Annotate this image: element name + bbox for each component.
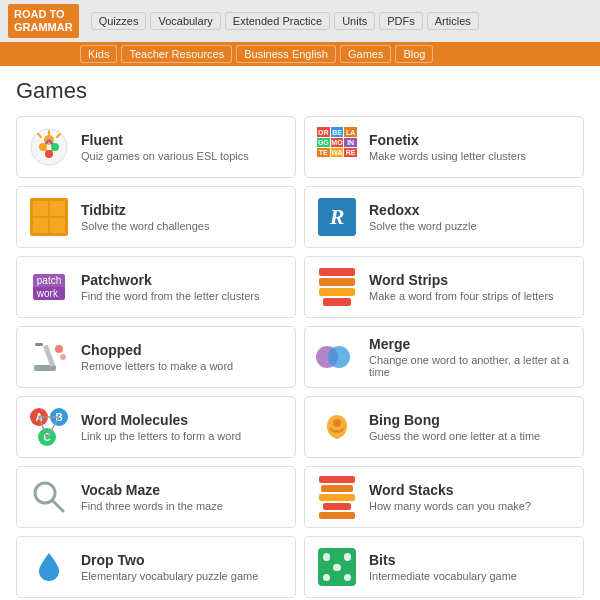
wordstacks-desc: How many words can you make? [369, 500, 531, 512]
merge-desc: Change one word to another, a letter at … [369, 354, 573, 378]
game-card-wordstacks[interactable]: Word Stacks How many words can you make? [304, 466, 584, 528]
nav-business-english[interactable]: Business English [236, 45, 336, 63]
redoxx-info: Redoxx Solve the word puzzle [369, 202, 477, 232]
game-card-bingbong[interactable]: Bing Bong Guess the word one letter at a… [304, 396, 584, 458]
tidbitz-info: Tidbitz Solve the word challenges [81, 202, 209, 232]
merge-icon [315, 335, 359, 379]
nav-pdfs[interactable]: PDFs [379, 12, 423, 30]
fonetix-info: Fonetix Make words using letter clusters [369, 132, 526, 162]
vocabmaze-icon [27, 475, 71, 519]
chopped-info: Chopped Remove letters to make a word [81, 342, 233, 372]
tidbitz-name: Tidbitz [81, 202, 209, 218]
molecules-info: Word Molecules Link up the letters to fo… [81, 412, 241, 442]
chopped-name: Chopped [81, 342, 233, 358]
game-card-chopped[interactable]: Chopped Remove letters to make a word [16, 326, 296, 388]
wordstacks-info: Word Stacks How many words can you make? [369, 482, 531, 512]
logo[interactable]: ROAD TO GRAMMAR [8, 4, 79, 38]
svg-point-7 [51, 143, 59, 151]
fonetix-name: Fonetix [369, 132, 526, 148]
page-content: Games [0, 66, 600, 600]
nav-kids[interactable]: Kids [80, 45, 117, 63]
game-card-merge[interactable]: Merge Change one word to another, a lett… [304, 326, 584, 388]
molecules-icon: A B C [27, 405, 71, 449]
molecules-desc: Link up the letters to form a word [81, 430, 241, 442]
game-card-droptwo[interactable]: Drop Two Elementary vocabulary puzzle ga… [16, 536, 296, 598]
nav-teacher-resources[interactable]: Teacher Resources [121, 45, 232, 63]
fluent-info: Fluent Quiz games on various ESL topics [81, 132, 249, 162]
wordstrips-info: Word Strips Make a word from four strips… [369, 272, 554, 302]
nav-units[interactable]: Units [334, 12, 375, 30]
svg-point-20 [333, 419, 341, 427]
svg-rect-13 [43, 345, 55, 367]
bingbong-desc: Guess the word one letter at a time [369, 430, 540, 442]
wordstrips-desc: Make a word from four strips of letters [369, 290, 554, 302]
svg-line-19 [47, 417, 59, 438]
droptwo-desc: Elementary vocabulary puzzle game [81, 570, 258, 582]
fonetix-desc: Make words using letter clusters [369, 150, 526, 162]
droptwo-icon [27, 545, 71, 589]
game-card-vocabmaze[interactable]: Vocab Maze Find three words in the maze [16, 466, 296, 528]
game-card-tidbitz[interactable]: Tidbitz Solve the word challenges [16, 186, 296, 248]
game-card-molecules[interactable]: A B C Word Molecules Link up the letters… [16, 396, 296, 458]
game-card-wordstrips[interactable]: Word Strips Make a word from four strips… [304, 256, 584, 318]
bingbong-icon [315, 405, 359, 449]
bits-desc: Intermediate vocabulary game [369, 570, 517, 582]
merge-info: Merge Change one word to another, a lett… [369, 336, 573, 378]
nav-blog[interactable]: Blog [395, 45, 433, 63]
svg-point-15 [55, 345, 63, 353]
header-top: ROAD TO GRAMMAR Quizzes Vocabulary Exten… [0, 0, 600, 42]
droptwo-name: Drop Two [81, 552, 258, 568]
game-card-bits[interactable]: Bits Intermediate vocabulary game [304, 536, 584, 598]
merge-name: Merge [369, 336, 573, 352]
nav-quizzes[interactable]: Quizzes [91, 12, 147, 30]
patchwork-icon: patch work [27, 265, 71, 309]
vocabmaze-info: Vocab Maze Find three words in the maze [81, 482, 223, 512]
wordstacks-icon [315, 475, 359, 519]
bingbong-name: Bing Bong [369, 412, 540, 428]
nav-articles[interactable]: Articles [427, 12, 479, 30]
wordstrips-icon [315, 265, 359, 309]
vocabmaze-desc: Find three words in the maze [81, 500, 223, 512]
bits-name: Bits [369, 552, 517, 568]
page-title: Games [16, 78, 584, 104]
chopped-desc: Remove letters to make a word [81, 360, 233, 372]
game-card-redoxx[interactable]: R Redoxx Solve the word puzzle [304, 186, 584, 248]
nav-extended-practice[interactable]: Extended Practice [225, 12, 330, 30]
game-card-fluent[interactable]: Fluent Quiz games on various ESL topics [16, 116, 296, 178]
header-bottom: Kids Teacher Resources Business English … [0, 42, 600, 66]
redoxx-desc: Solve the word puzzle [369, 220, 477, 232]
bits-icon [315, 545, 359, 589]
fonetix-icon: OR BE LA GG MO IN TE WA RE [315, 125, 359, 169]
game-card-fonetix[interactable]: OR BE LA GG MO IN TE WA RE Fonetix Make … [304, 116, 584, 178]
redoxx-icon: R [315, 195, 359, 239]
redoxx-name: Redoxx [369, 202, 477, 218]
svg-line-18 [39, 417, 47, 438]
fluent-name: Fluent [81, 132, 249, 148]
vocabmaze-name: Vocab Maze [81, 482, 223, 498]
games-grid: Fluent Quiz games on various ESL topics … [16, 116, 584, 600]
bits-info: Bits Intermediate vocabulary game [369, 552, 517, 582]
game-card-patchwork[interactable]: patch work Patchwork Find the word from … [16, 256, 296, 318]
svg-point-8 [45, 150, 53, 158]
nav-vocabulary[interactable]: Vocabulary [150, 12, 220, 30]
patchwork-info: Patchwork Find the word from the letter … [81, 272, 260, 302]
svg-line-22 [52, 500, 63, 511]
fluent-icon [27, 125, 71, 169]
svg-point-16 [60, 354, 66, 360]
wordstrips-name: Word Strips [369, 272, 554, 288]
nav-games[interactable]: Games [340, 45, 391, 63]
droptwo-info: Drop Two Elementary vocabulary puzzle ga… [81, 552, 258, 582]
fluent-desc: Quiz games on various ESL topics [81, 150, 249, 162]
tidbitz-desc: Solve the word challenges [81, 220, 209, 232]
chopped-icon [27, 335, 71, 379]
tidbitz-icon [27, 195, 71, 239]
patchwork-desc: Find the word from the letter clusters [81, 290, 260, 302]
patchwork-name: Patchwork [81, 272, 260, 288]
svg-rect-14 [35, 343, 43, 346]
wordstacks-name: Word Stacks [369, 482, 531, 498]
molecules-name: Word Molecules [81, 412, 241, 428]
svg-point-6 [39, 143, 47, 151]
bingbong-info: Bing Bong Guess the word one letter at a… [369, 412, 540, 442]
